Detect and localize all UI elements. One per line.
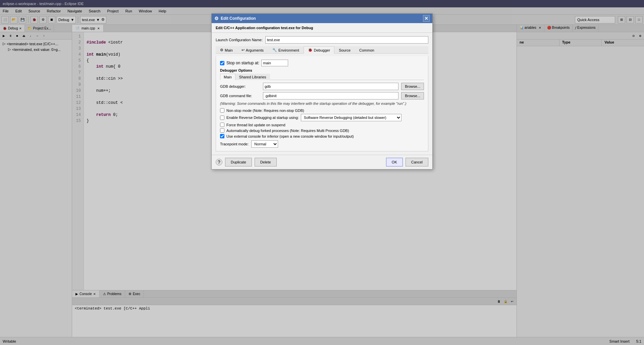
dialog-subtitle-text: Edit C/C++ Application configuration tes… — [216, 26, 313, 30]
cancel-button[interactable]: Cancel — [406, 158, 428, 166]
tracepoint-row: Tracepoint mode: Normal — [220, 140, 424, 148]
ext-console-checkbox[interactable] — [220, 134, 224, 138]
tab-source-label: Source — [339, 48, 351, 52]
reverse-debug-row: Enable Reverse Debugging at startup usin… — [220, 114, 424, 121]
inner-tab-bar: Main Shared Libraries — [220, 74, 424, 80]
tracepoint-label: Tracepoint mode: — [220, 142, 249, 146]
auto-fork-checkbox[interactable] — [220, 128, 224, 133]
help-button[interactable]: ? — [216, 159, 222, 165]
gdb-command-file-row: GDB command file: Browse... — [220, 92, 424, 99]
dialog-footer: ? Duplicate Delete OK Cancel — [212, 155, 432, 169]
dialog-title: Edit Configuration — [221, 16, 256, 21]
gdb-command-file-label: GDB command file: — [220, 94, 260, 98]
gdb-debugger-browse-btn[interactable]: Browse... — [401, 83, 424, 90]
dialog-tab-source[interactable]: Source — [334, 46, 355, 54]
gdb-debugger-input[interactable] — [263, 83, 398, 90]
dialog-title-icon: ⚙ — [214, 16, 219, 21]
tab-environment-icon: 🔧 — [272, 48, 277, 52]
tab-common-label: Common — [359, 48, 374, 52]
tab-main-label: Main — [225, 48, 233, 52]
config-name-input[interactable] — [265, 36, 428, 44]
reverse-debug-select[interactable]: Software Reverse Debugging (detailed but… — [301, 114, 401, 121]
auto-fork-row: Automatically debug forked processes (No… — [220, 128, 424, 133]
dialog-close-button[interactable]: ✕ — [423, 15, 430, 22]
dialog-body: Launch Configuration Name: ⚙ Main ↩ Argu… — [212, 33, 432, 155]
reverse-debug-label: Enable Reverse Debugging at startup usin… — [226, 116, 299, 120]
ext-console-label: Use external console for inferior (open … — [226, 134, 354, 138]
dialog-tab-bar: ⚙ Main ↩ Arguments 🔧 Environment 🐞 Debug… — [216, 46, 428, 54]
stop-at-input[interactable] — [261, 60, 288, 66]
config-name-row: Launch Configuration Name: — [216, 36, 428, 44]
stop-on-startup-checkbox[interactable] — [220, 61, 224, 65]
force-thread-checkbox[interactable] — [220, 123, 224, 127]
tab-debugger-label: Debugger — [314, 48, 330, 52]
dialog-tab-debugger[interactable]: 🐞 Debugger — [304, 46, 334, 54]
tab-environment-label: Environment — [278, 48, 299, 52]
force-thread-label: Force thread list update on suspend — [226, 123, 285, 127]
tab-arguments-label: Arguments — [246, 48, 264, 52]
dialog-subtitle: Edit C/C++ Application configuration tes… — [212, 23, 432, 33]
tab-debugger-icon: 🐞 — [308, 48, 313, 52]
inner-tab-shared-label: Shared Libraries — [239, 75, 266, 79]
warning-text: (Warning: Some commands in this file may… — [220, 101, 424, 106]
inner-tab-main[interactable]: Main — [220, 74, 235, 80]
gdb-debugger-label: GDB debugger: — [220, 84, 260, 88]
ext-console-row: Use external console for inferior (open … — [220, 134, 424, 138]
ok-button[interactable]: OK — [386, 158, 403, 166]
delete-button[interactable]: Delete — [255, 158, 277, 166]
dialog-tab-common[interactable]: Common — [355, 46, 379, 54]
tab-arguments-icon: ↩ — [241, 48, 245, 52]
inner-tab-main-label: Main — [224, 75, 232, 79]
non-stop-label: Non-stop mode (Note: Requires non-stop G… — [226, 109, 304, 113]
config-name-label: Launch Configuration Name: — [216, 38, 263, 42]
auto-fork-label: Automatically debug forked processes (No… — [226, 129, 349, 133]
gdb-debugger-row: GDB debugger: Browse... — [220, 83, 424, 90]
dialog-tab-content: Stop on startup at: Debugger Options Mai… — [216, 56, 428, 151]
gdb-command-file-browse-btn[interactable]: Browse... — [401, 92, 424, 99]
help-icon: ? — [218, 159, 220, 165]
dialog-titlebar: ⚙ Edit Configuration ✕ — [212, 14, 432, 23]
gdb-command-file-input[interactable] — [263, 92, 398, 99]
stop-on-startup-row: Stop on startup at: — [220, 60, 424, 66]
debugger-options-label: Debugger Options — [220, 68, 424, 72]
modal-overlay: ⚙ Edit Configuration ✕ Edit C/C++ Applic… — [0, 0, 644, 345]
dialog-tab-main[interactable]: ⚙ Main — [216, 46, 237, 54]
force-thread-row: Force thread list update on suspend — [220, 123, 424, 127]
edit-configuration-dialog: ⚙ Edit Configuration ✕ Edit C/C++ Applic… — [211, 13, 433, 169]
duplicate-button[interactable]: Duplicate — [225, 158, 252, 166]
tracepoint-select[interactable]: Normal — [251, 140, 278, 148]
dialog-tab-arguments[interactable]: ↩ Arguments — [237, 46, 268, 54]
non-stop-checkbox[interactable] — [220, 108, 224, 113]
dialog-tab-environment[interactable]: 🔧 Environment — [268, 46, 304, 54]
tab-main-icon: ⚙ — [220, 48, 223, 52]
inner-tab-shared-libraries[interactable]: Shared Libraries — [235, 74, 270, 80]
stop-on-startup-label: Stop on startup at: — [226, 61, 259, 65]
reverse-debug-checkbox[interactable] — [220, 116, 224, 120]
non-stop-row: Non-stop mode (Note: Requires non-stop G… — [220, 108, 424, 113]
